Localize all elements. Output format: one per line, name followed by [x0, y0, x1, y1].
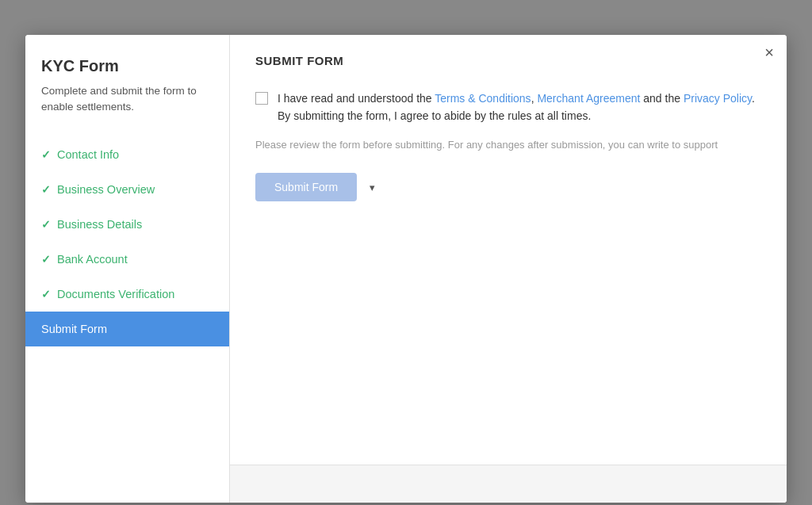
terms-link[interactable]: Terms & Conditions [435, 92, 530, 105]
nav-item-label: Business Details [57, 218, 142, 231]
nav-item-label: Business Overview [57, 183, 155, 196]
sidebar-item-contact-info[interactable]: ✓Contact Info [41, 137, 213, 172]
check-icon: ✓ [41, 148, 51, 161]
main-content: SUBMIT FORM I have read and understood t… [230, 35, 787, 503]
close-button[interactable]: × [764, 44, 774, 60]
dropdown-arrow-icon[interactable]: ▾ [370, 182, 375, 193]
agreement-checkbox[interactable] [255, 92, 268, 105]
agreement-text: I have read and understood the Terms & C… [278, 90, 761, 125]
footer-bar [230, 465, 787, 503]
check-icon: ✓ [41, 183, 51, 196]
check-icon: ✓ [41, 288, 51, 300]
submit-form-button[interactable]: Submit Form [255, 173, 357, 201]
form-section-title: SUBMIT FORM [255, 54, 761, 67]
nav-item-label: Bank Account [57, 253, 128, 266]
sidebar-item-bank-account[interactable]: ✓Bank Account [41, 242, 213, 277]
nav-item-label: Contact Info [57, 148, 119, 161]
sidebar-item-submit-form[interactable]: Submit Form [25, 312, 229, 346]
review-note: Please review the form before submitting… [255, 139, 761, 151]
privacy-policy-link[interactable]: Privacy Policy [684, 92, 752, 105]
active-nav-label: Submit Form [41, 323, 107, 335]
sidebar-item-documents-verification[interactable]: ✓Documents Verification [41, 277, 213, 312]
nav-item-label: Documents Verification [57, 288, 174, 300]
sidebar-title: KYC Form [41, 57, 213, 75]
sidebar: KYC Form Complete and submit the form to… [25, 35, 230, 503]
sidebar-subtitle: Complete and submit the form to enable s… [41, 83, 213, 116]
modal-overlay: × KYC Form Complete and submit the form … [16, 16, 796, 505]
check-icon: ✓ [41, 253, 51, 266]
merchant-agreement-link[interactable]: Merchant Agreement [537, 92, 640, 105]
check-icon: ✓ [41, 218, 51, 231]
modal: × KYC Form Complete and submit the form … [25, 35, 787, 503]
sidebar-nav: ✓Contact Info✓Business Overview✓Business… [41, 137, 213, 503]
sidebar-item-business-details[interactable]: ✓Business Details [41, 207, 213, 242]
submit-row: Submit Form ▾ [255, 173, 761, 201]
sidebar-item-business-overview[interactable]: ✓Business Overview [41, 172, 213, 207]
agreement-section: I have read and understood the Terms & C… [255, 90, 761, 125]
